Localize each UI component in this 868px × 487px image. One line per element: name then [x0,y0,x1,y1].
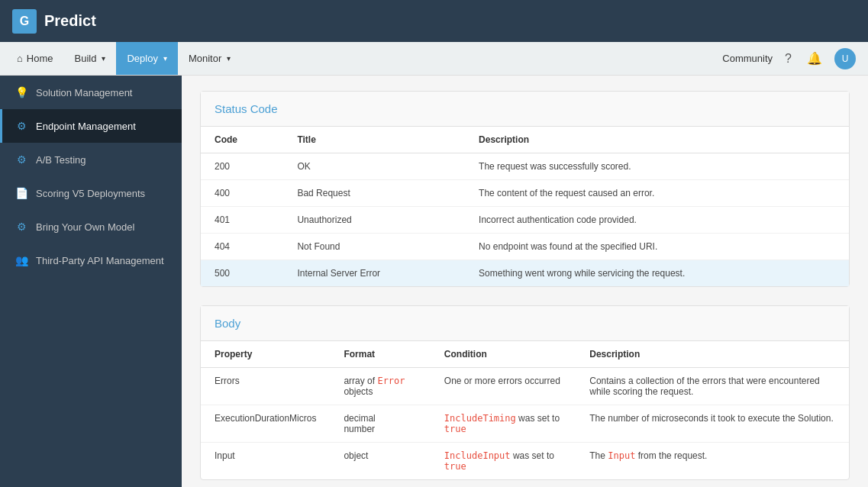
status-title-cell: OK [283,153,465,180]
help-button[interactable]: ? [782,49,795,69]
col-code: Code [201,127,283,153]
status-title-cell: Bad Request [283,180,465,207]
status-title-cell: Internal Server Error [283,260,465,287]
community-link[interactable]: Community [722,53,773,64]
include-input-link[interactable]: IncludeInput [444,450,511,461]
sidebar-item-ab-testing[interactable]: ⚙ A/B Testing [0,143,182,176]
sidebar-item-byom[interactable]: ⚙ Bring Your Own Model [0,210,182,244]
nav-right: Community ? 🔔 U [722,42,862,75]
description-input: The Input from the request. [576,443,849,480]
status-desc-cell: The request was successfully scored. [465,153,849,180]
condition-errors: One or more errors occurred [431,368,576,405]
condition-execution: IncludeTiming was set to true [431,405,576,443]
status-code-cell: 500 [201,260,283,287]
description-execution: The number of microseconds it took to ex… [576,405,849,443]
status-desc-cell: Something went wrong while servicing the… [465,260,849,287]
status-code-header: Status Code [201,92,849,127]
status-title-cell: Unauthorized [283,207,465,234]
nav-build[interactable]: Build ▾ [64,42,117,75]
status-code-cell: 404 [201,234,283,260]
table-row: 500 Internal Server Error Something went… [201,260,849,287]
format-input: object [330,443,430,480]
byom-icon: ⚙ [15,221,28,233]
error-link[interactable]: Error [377,376,405,386]
logo-icon: G [12,9,37,34]
top-navbar: G Predict [0,0,868,42]
input-link[interactable]: Input [608,450,635,461]
condition-input: IncludeInput was set to true [431,443,576,480]
body-table: Property Format Condition Description Er… [201,341,849,479]
nav-monitor[interactable]: Monitor ▾ [178,42,241,75]
solution-management-icon: 💡 [15,86,28,98]
status-code-cell: 401 [201,207,283,234]
sidebar-item-solution-management[interactable]: 💡 Solution Management [0,76,182,109]
body-section: Body Property Format Condition Descripti… [200,305,850,480]
nav-deploy[interactable]: Deploy ▾ [116,42,177,75]
body-header: Body [201,306,849,341]
scoring-v5-icon: 📄 [15,187,28,199]
app-title: Predict [44,12,96,30]
status-code-section: Status Code Code Title Description 200 O… [200,91,850,287]
status-code-cell: 200 [201,153,283,180]
format-errors: array of Error objects [330,368,430,405]
property-execution: ExecutionDurationMicros [201,405,330,443]
status-desc-cell: The content of the request caused an err… [465,180,849,207]
sidebar-item-third-party-api[interactable]: 👥 Third-Party API Management [0,244,182,277]
table-row: 404 Not Found No endpoint was found at t… [201,234,849,260]
build-dropdown-icon: ▾ [102,54,105,63]
app-logo[interactable]: G Predict [12,9,96,34]
home-icon: ⌂ [17,53,23,64]
table-row: 401 Unauthorized Incorrect authenticatio… [201,207,849,234]
sidebar: 💡 Solution Management ⚙ Endpoint Managem… [0,76,182,487]
table-row: Input object IncludeInput was set to tru… [201,443,849,480]
main-content: Status Code Code Title Description 200 O… [182,76,868,487]
status-code-table: Code Title Description 200 OK The reques… [201,127,849,286]
ab-testing-icon: ⚙ [15,153,28,166]
property-input: Input [201,443,330,480]
table-row: 400 Bad Request The content of the reque… [201,180,849,207]
secondary-navbar: ⌂ Home Build ▾ Deploy ▾ Monitor ▾ Commun… [0,42,868,76]
endpoint-management-icon: ⚙ [15,120,28,132]
status-desc-cell: Incorrect authentication code provided. [465,207,849,234]
status-desc-cell: No endpoint was found at the specified U… [465,234,849,260]
true-link-1[interactable]: true [444,424,466,434]
status-title-cell: Not Found [283,234,465,260]
main-layout: 💡 Solution Management ⚙ Endpoint Managem… [0,76,868,487]
status-code-cell: 400 [201,180,283,207]
sidebar-item-scoring-v5[interactable]: 📄 Scoring V5 Deployments [0,176,182,210]
nav-home[interactable]: ⌂ Home [6,42,64,75]
col-condition: Condition [431,341,576,368]
format-execution: decimalnumber [330,405,430,443]
true-link-2[interactable]: true [444,461,466,472]
col-desc: Description [576,341,849,368]
property-errors: Errors [201,368,330,405]
col-description: Description [465,127,849,153]
monitor-dropdown-icon: ▾ [227,54,231,63]
col-title: Title [283,127,465,153]
col-format: Format [330,341,430,368]
deploy-dropdown-icon: ▾ [163,54,167,63]
description-errors: Contains a collection of the errors that… [576,368,849,405]
user-avatar[interactable]: U [834,48,856,69]
col-property: Property [201,341,330,368]
third-party-api-icon: 👥 [15,254,28,266]
table-row: Errors array of Error objects One or mor… [201,368,849,405]
table-row: ExecutionDurationMicros decimalnumber In… [201,405,849,443]
include-timing-link[interactable]: IncludeTiming [444,413,516,424]
table-row: 200 OK The request was successfully scor… [201,153,849,180]
notifications-button[interactable]: 🔔 [804,48,825,69]
sidebar-item-endpoint-management[interactable]: ⚙ Endpoint Management [0,109,182,143]
